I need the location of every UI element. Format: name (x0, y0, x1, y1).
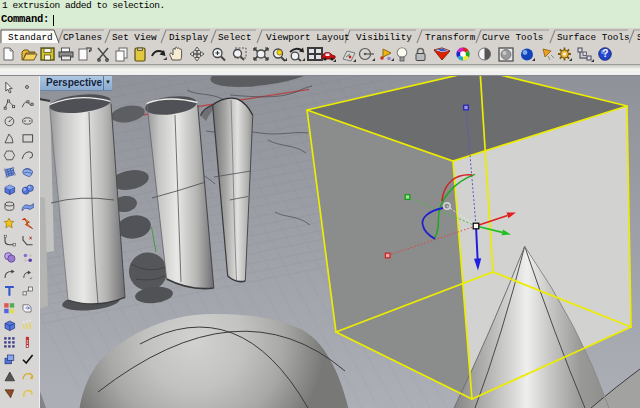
svg-text:Set View: Set View (112, 32, 157, 43)
svg-text:?: ? (602, 48, 608, 59)
svg-text:Display: Display (169, 32, 208, 43)
svg-text:Select: Select (218, 32, 251, 43)
svg-text:Viewport Layout: Viewport Layout (266, 32, 350, 43)
svg-text:Transform: Transform (425, 32, 476, 43)
svg-text:Standard: Standard (8, 32, 53, 43)
svg-text:Surface Tools: Surface Tools (557, 32, 630, 43)
svg-text:CPlanes: CPlanes (63, 32, 102, 43)
svg-text:Curve Tools: Curve Tools (482, 32, 543, 43)
svg-text:Visibility: Visibility (356, 32, 412, 43)
